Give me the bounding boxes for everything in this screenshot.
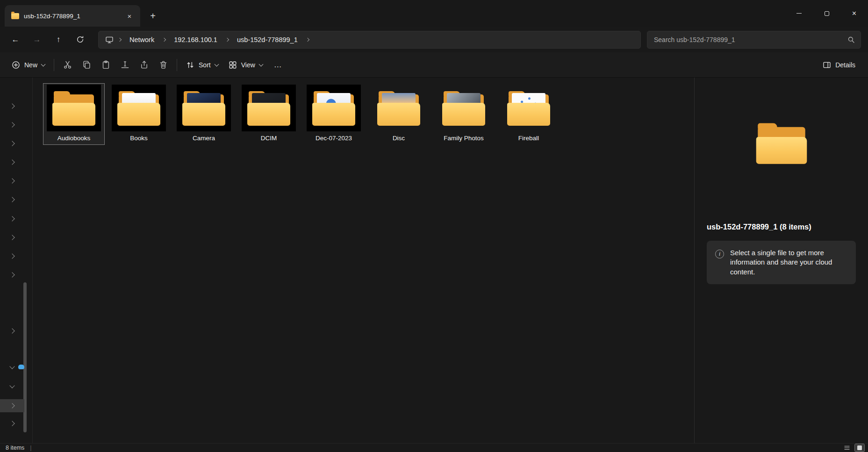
chevron-down-icon: [9, 364, 14, 369]
details-view-toggle[interactable]: [842, 444, 852, 452]
breadcrumb-chevron-icon[interactable]: [162, 37, 166, 41]
tree-item[interactable]: [0, 324, 25, 337]
delete-button[interactable]: [154, 57, 173, 73]
tree-item[interactable]: [0, 100, 25, 113]
chevron-right-icon: [9, 253, 14, 258]
folder-icon: [442, 90, 486, 126]
details-button-label: Details: [835, 61, 855, 69]
view-button[interactable]: View: [223, 57, 268, 73]
folder-icon: [507, 90, 551, 126]
chevron-right-icon: [9, 159, 14, 165]
sort-button[interactable]: Sort: [181, 57, 223, 73]
file-grid-area[interactable]: Audiobooks Books Camera DC: [33, 78, 694, 443]
chevron-down-icon: [41, 62, 46, 66]
search-icon[interactable]: [847, 36, 855, 43]
up-button[interactable]: ↑: [48, 31, 69, 49]
maximize-icon: [825, 11, 829, 16]
tree-item[interactable]: [0, 156, 25, 169]
folder-name: Dec-07-2023: [316, 135, 352, 142]
window-controls: ×: [785, 0, 868, 27]
breadcrumb-chevron-icon: [118, 37, 122, 41]
tree-item[interactable]: [0, 399, 24, 412]
folder-thumbnail: [437, 85, 491, 131]
paste-icon: [101, 60, 110, 69]
details-title: usb-152d-778899_1 (8 items): [707, 222, 856, 231]
chevron-right-icon: [9, 421, 14, 426]
toolbar-divider: [54, 59, 54, 71]
minimize-icon: [796, 13, 802, 14]
folder-item[interactable]: Disc: [368, 83, 430, 145]
tree-item[interactable]: [0, 360, 25, 373]
chevron-right-icon: [9, 328, 14, 333]
new-icon: [12, 61, 20, 69]
sort-button-label: Sort: [199, 61, 211, 69]
tree-item[interactable]: [0, 118, 25, 131]
tree-item[interactable]: [0, 212, 25, 225]
search-input[interactable]: [654, 36, 847, 43]
tree-item[interactable]: [0, 268, 25, 281]
info-icon: i: [715, 250, 724, 258]
folder-item[interactable]: Family Photos: [433, 83, 495, 145]
tree-item[interactable]: [0, 137, 25, 150]
details-info-box: i Select a single file to get more infor…: [707, 241, 856, 284]
breadcrumb-chevron-icon[interactable]: [225, 37, 229, 41]
folder-name: DCIM: [261, 135, 277, 142]
more-options-button[interactable]: …: [268, 57, 288, 73]
chevron-right-icon: [9, 235, 14, 240]
chevron-down-icon: [9, 383, 14, 388]
folder-thumbnail: [307, 85, 361, 131]
rename-icon: [121, 60, 129, 69]
forward-button[interactable]: →: [26, 31, 48, 49]
chevron-right-icon: [9, 272, 14, 277]
maximize-button[interactable]: [813, 0, 840, 27]
copy-button[interactable]: [77, 57, 96, 73]
items-count: 8 items: [6, 445, 24, 451]
view-button-label: View: [241, 61, 255, 69]
share-button[interactable]: [135, 57, 154, 73]
status-bar: 8 items |: [0, 443, 868, 452]
cloud-icon: [18, 365, 24, 369]
refresh-button[interactable]: [69, 31, 91, 49]
details-pane-button[interactable]: Details: [818, 57, 861, 73]
cut-button[interactable]: [58, 57, 77, 73]
close-button[interactable]: ×: [840, 0, 868, 27]
folder-name: Family Photos: [444, 135, 484, 142]
chevron-right-icon: [9, 122, 14, 127]
search-box[interactable]: [647, 31, 861, 49]
explorer-tab[interactable]: usb-152d-778899_1 ×: [5, 5, 140, 27]
address-bar[interactable]: Network 192.168.100.1 usb-152d-778899_1: [98, 31, 641, 49]
folder-item[interactable]: Audiobooks: [43, 83, 105, 145]
share-icon: [140, 60, 149, 69]
tab-close-icon[interactable]: ×: [123, 10, 136, 22]
folder-icon: [182, 90, 226, 126]
tree-item[interactable]: [0, 417, 25, 430]
back-button[interactable]: ←: [5, 31, 26, 49]
tree-item[interactable]: [0, 380, 25, 393]
new-button[interactable]: New: [7, 57, 50, 73]
paste-button[interactable]: [96, 57, 115, 73]
breadcrumb-host[interactable]: 192.168.100.1: [170, 34, 221, 45]
folder-item[interactable]: Dec-07-2023: [303, 83, 365, 145]
chevron-right-icon: [9, 216, 14, 221]
list-view-icon: [844, 445, 850, 451]
tree-item[interactable]: [0, 193, 25, 206]
title-bar: usb-152d-778899_1 × + ×: [0, 0, 868, 27]
minimize-button[interactable]: [785, 0, 813, 27]
tree-item[interactable]: [0, 174, 25, 187]
breadcrumb-current-folder[interactable]: usb-152d-778899_1: [233, 34, 301, 45]
folder-item[interactable]: Fireball: [498, 83, 560, 145]
refresh-icon: [76, 36, 84, 43]
tree-item[interactable]: [0, 231, 25, 244]
thumbnail-view-toggle[interactable]: [855, 444, 864, 452]
breadcrumb-network[interactable]: Network: [126, 34, 158, 45]
folder-item[interactable]: DCIM: [238, 83, 300, 145]
tree-item[interactable]: [0, 250, 25, 263]
folder-item[interactable]: Camera: [173, 83, 235, 145]
new-tab-button[interactable]: +: [145, 8, 161, 24]
folder-item[interactable]: Books: [108, 83, 170, 145]
folder-icon: [11, 13, 19, 19]
breadcrumb-chevron-icon[interactable]: [305, 37, 309, 41]
rename-button[interactable]: [115, 57, 135, 73]
folder-icon: [247, 90, 291, 126]
new-button-label: New: [24, 61, 37, 69]
